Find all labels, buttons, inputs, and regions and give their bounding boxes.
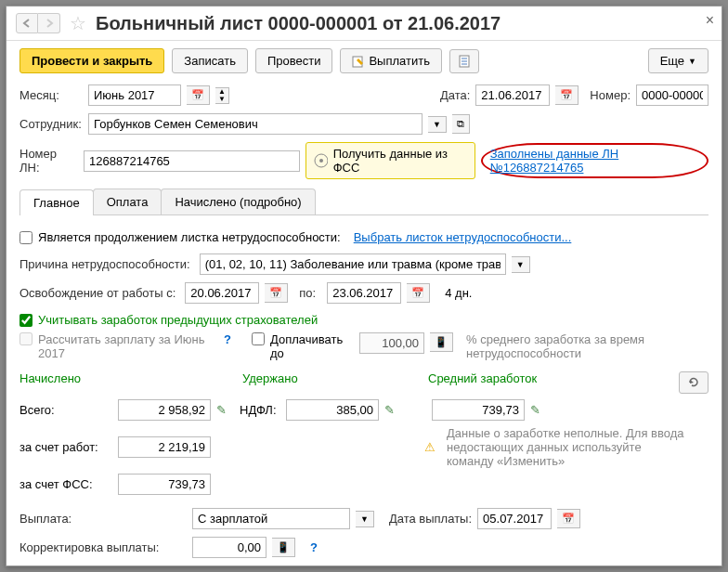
release-to-input[interactable] — [327, 282, 401, 304]
warning-icon: ⚠ — [424, 440, 436, 454]
favorite-icon[interactable]: ☆ — [70, 12, 86, 34]
fss-status-link[interactable]: Заполнены данные ЛН №126887214765 — [490, 147, 618, 175]
pay-button[interactable]: Выплатить — [340, 48, 442, 73]
accrued-header: Начислено — [20, 371, 242, 394]
calc-salary-label: Рассчитать зарплату за Июнь 2017 — [38, 332, 214, 360]
fss-icon — [314, 153, 328, 168]
tab-payment[interactable]: Оплата — [93, 188, 162, 214]
release-row: Освобождение от работы с: 📅 по: 📅 4 дн. — [20, 279, 708, 307]
payout-row: Выплата: ▼ Дата выплаты: 📅 — [20, 504, 708, 533]
percent-label: % среднего заработка за время нетрудоспо… — [466, 332, 661, 360]
prev-insurers-checkbox[interactable] — [20, 314, 32, 327]
row-employee: Сотрудник: ▼ ⧉ — [6, 110, 722, 138]
reason-dropdown-icon[interactable]: ▼ — [512, 256, 530, 273]
correction-calc-icon[interactable]: 📱 — [272, 538, 295, 557]
release-label: Освобождение от работы с: — [20, 286, 176, 300]
payout-label: Выплата: — [20, 512, 187, 526]
total-row: Всего: ✎ НДФЛ: ✎ ✎ — [20, 399, 708, 421]
continuation-link[interactable]: Выбрать листок нетрудоспособности... — [354, 230, 572, 244]
payout-dropdown-icon[interactable]: ▼ — [356, 511, 374, 527]
number-input[interactable] — [636, 84, 708, 106]
tab-accrued[interactable]: Начислено (подробно) — [161, 188, 315, 214]
row-month-date: Месяц: 📅 ▲▼ Дата: 📅 Номер: — [6, 81, 722, 110]
prev-insurers-label: Учитывать заработок предыдущих страховат… — [38, 313, 318, 327]
extra-pay-calc-icon[interactable]: 📱 — [430, 332, 453, 352]
month-input[interactable] — [88, 84, 181, 106]
withheld-header: Удержано — [242, 371, 428, 394]
reason-row: Причина нетрудоспособности: ▼ — [20, 250, 708, 279]
more-button[interactable]: Еще ▼ — [648, 48, 708, 73]
fss-fetch-button[interactable]: Получить данные из ФСС — [306, 142, 475, 179]
release-days: 4 дн. — [445, 286, 472, 300]
continuation-row: Является продолжением листка нетрудоспос… — [20, 230, 708, 244]
submit-close-button[interactable]: Провести и закрыть — [20, 48, 164, 73]
fss-row: за счет ФСС: — [20, 474, 708, 495]
pay-icon — [352, 55, 365, 68]
chevron-down-icon: ▼ — [688, 57, 696, 66]
fss-amount-input[interactable] — [118, 474, 211, 495]
total-label: Всего: — [20, 403, 112, 417]
correction-label: Корректировка выплаты: — [20, 540, 187, 554]
reason-input[interactable] — [200, 254, 506, 275]
submit-button[interactable]: Провести — [255, 48, 333, 73]
titlebar: ☆ Больничный лист 0000-000001 от 21.06.2… — [6, 6, 722, 41]
nav-back-button[interactable] — [16, 13, 38, 33]
ndfl-edit-icon[interactable]: ✎ — [384, 403, 395, 417]
employer-row: за счет работ: ⚠ Данные о заработке непо… — [20, 426, 708, 468]
release-to-calendar-icon[interactable]: 📅 — [407, 283, 430, 303]
ndfl-label: НДФЛ: — [240, 403, 280, 417]
calc-salary-checkbox — [20, 332, 32, 345]
correction-row: Корректировка выплаты: 📱 ? — [20, 533, 708, 562]
employee-open-icon[interactable]: ⧉ — [452, 114, 470, 134]
avg-edit-icon[interactable]: ✎ — [530, 403, 540, 417]
month-label: Месяц: — [20, 88, 83, 102]
correction-input[interactable] — [192, 537, 266, 558]
ln-input[interactable] — [84, 150, 300, 172]
payout-date-input[interactable] — [477, 508, 552, 529]
correction-help-icon[interactable]: ? — [306, 540, 321, 554]
payout-date-calendar-icon[interactable]: 📅 — [557, 509, 580, 528]
date-label: Дата: — [440, 88, 470, 102]
payout-date-label: Дата выплаты: — [389, 512, 472, 526]
continuation-checkbox[interactable] — [20, 231, 32, 244]
date-calendar-icon[interactable]: 📅 — [555, 85, 578, 105]
total-edit-icon[interactable]: ✎ — [216, 403, 227, 417]
date-input[interactable] — [475, 84, 550, 106]
month-spinner[interactable]: ▲▼ — [215, 87, 229, 104]
svg-point-6 — [319, 159, 323, 162]
save-button[interactable]: Записать — [172, 48, 248, 73]
number-label: Номер: — [590, 88, 630, 102]
refresh-button[interactable] — [679, 371, 708, 394]
extra-pay-input — [359, 332, 424, 354]
fss-status-highlight: Заполнены данные ЛН №126887214765 — [481, 143, 708, 178]
calc-salary-row: Рассчитать зарплату за Июнь 2017 ? Допла… — [20, 332, 708, 360]
payout-input[interactable] — [192, 508, 350, 529]
attach-button[interactable] — [449, 49, 479, 73]
month-calendar-icon[interactable]: 📅 — [187, 85, 210, 105]
avg-input[interactable] — [432, 399, 525, 421]
employer-input[interactable] — [118, 436, 211, 458]
fss-amount-label: за счет ФСС: — [20, 477, 112, 491]
prev-insurers-row: Учитывать заработок предыдущих страховат… — [20, 313, 708, 327]
release-from-calendar-icon[interactable]: 📅 — [265, 283, 288, 303]
employee-dropdown-icon[interactable]: ▼ — [428, 116, 447, 133]
employee-input[interactable] — [88, 113, 422, 135]
window-title: Больничный лист 0000-000001 от 21.06.201… — [96, 13, 500, 34]
tab-main[interactable]: Главное — [20, 189, 94, 215]
employer-label: за счет работ: — [20, 440, 112, 454]
extra-pay-checkbox[interactable] — [252, 332, 265, 345]
employee-label: Сотрудник: — [20, 117, 83, 131]
reason-label: Причина нетрудоспособности: — [20, 257, 190, 271]
avg-header: Средний заработок — [428, 371, 679, 394]
total-input[interactable] — [118, 399, 211, 421]
continuation-label: Является продолжением листка нетрудоспос… — [38, 230, 341, 244]
ndfl-input[interactable] — [286, 399, 379, 421]
help-icon[interactable]: ? — [220, 332, 235, 346]
toolbar: Провести и закрыть Записать Провести Вып… — [6, 41, 722, 81]
warning-text: Данные о заработке неполные. Для ввода н… — [447, 426, 688, 468]
extra-pay-label: Доплачивать до — [270, 332, 354, 360]
release-from-input[interactable] — [185, 282, 259, 304]
sick-leave-form: ☆ Больничный лист 0000-000001 от 21.06.2… — [6, 6, 722, 566]
nav-forward-button[interactable] — [38, 13, 60, 33]
close-icon[interactable]: × — [706, 12, 714, 29]
